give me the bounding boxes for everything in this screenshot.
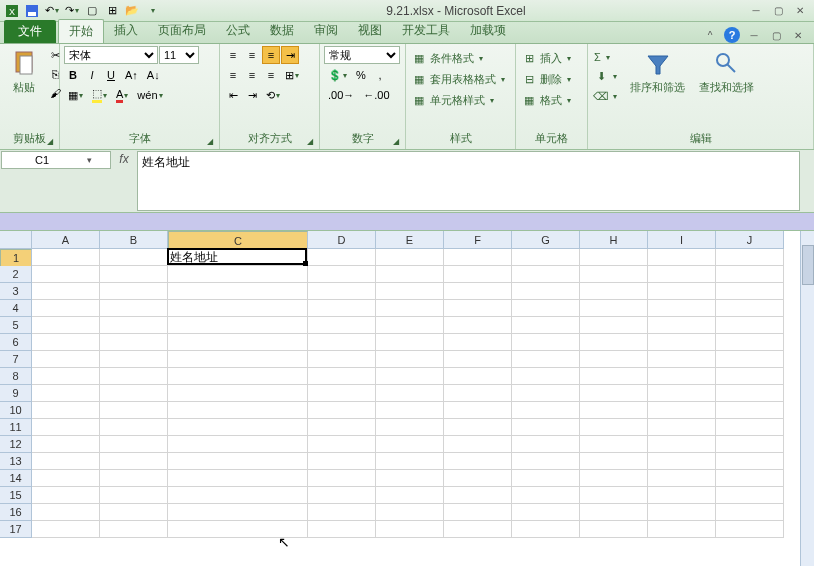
col-header-E[interactable]: E: [376, 231, 444, 249]
cell-I4[interactable]: [648, 300, 716, 317]
row-header-15[interactable]: 15: [0, 487, 32, 504]
increase-decimal-icon[interactable]: .00→: [324, 86, 358, 104]
tab-加载项[interactable]: 加载项: [460, 19, 516, 43]
cell-C6[interactable]: [168, 334, 308, 351]
find-select-button[interactable]: 查找和选择: [693, 46, 760, 99]
row-header-13[interactable]: 13: [0, 453, 32, 470]
cell-E17[interactable]: [376, 521, 444, 538]
spreadsheet-grid[interactable]: ABCDEFGHIJ 1姓名地址234567891011121314151617…: [0, 231, 814, 566]
cell-D14[interactable]: [308, 470, 376, 487]
cell-E3[interactable]: [376, 283, 444, 300]
cell-D3[interactable]: [308, 283, 376, 300]
row-header-4[interactable]: 4: [0, 300, 32, 317]
paste-button[interactable]: 粘贴: [4, 46, 44, 99]
align-center-icon[interactable]: ≡: [243, 66, 261, 84]
fx-icon[interactable]: fx: [112, 150, 136, 212]
underline-button[interactable]: U: [102, 66, 120, 84]
cell-E16[interactable]: [376, 504, 444, 521]
cell-D6[interactable]: [308, 334, 376, 351]
fill-button[interactable]: ⬇▾: [592, 68, 622, 84]
cell-F6[interactable]: [444, 334, 512, 351]
redo-icon[interactable]: ↷▾: [64, 3, 80, 19]
cell-B10[interactable]: [100, 402, 168, 419]
cell-C5[interactable]: [168, 317, 308, 334]
grow-font-icon[interactable]: A↑: [121, 66, 142, 84]
col-header-B[interactable]: B: [100, 231, 168, 249]
cell-D12[interactable]: [308, 436, 376, 453]
doc-restore-icon[interactable]: ▢: [768, 28, 784, 42]
tab-插入[interactable]: 插入: [104, 19, 148, 43]
cell-B17[interactable]: [100, 521, 168, 538]
cell-G3[interactable]: [512, 283, 580, 300]
cell-C12[interactable]: [168, 436, 308, 453]
doc-minimize-icon[interactable]: ─: [746, 28, 762, 42]
cell-B13[interactable]: [100, 453, 168, 470]
cell-J12[interactable]: [716, 436, 784, 453]
cell-E14[interactable]: [376, 470, 444, 487]
row-header-7[interactable]: 7: [0, 351, 32, 368]
cell-I12[interactable]: [648, 436, 716, 453]
cell-J7[interactable]: [716, 351, 784, 368]
row-header-3[interactable]: 3: [0, 283, 32, 300]
row-header-6[interactable]: 6: [0, 334, 32, 351]
cell-A14[interactable]: [32, 470, 100, 487]
cell-C9[interactable]: [168, 385, 308, 402]
cell-E1[interactable]: [376, 249, 444, 266]
clipboard-dialog-icon[interactable]: ◢: [47, 137, 53, 146]
close-icon[interactable]: ✕: [792, 4, 808, 18]
cell-B1[interactable]: [100, 249, 168, 266]
cell-F9[interactable]: [444, 385, 512, 402]
cell-B15[interactable]: [100, 487, 168, 504]
cell-E8[interactable]: [376, 368, 444, 385]
tab-数据[interactable]: 数据: [260, 19, 304, 43]
cell-A16[interactable]: [32, 504, 100, 521]
cell-C8[interactable]: [168, 368, 308, 385]
phonetic-icon[interactable]: wén▾: [133, 86, 166, 104]
cell-I15[interactable]: [648, 487, 716, 504]
col-header-G[interactable]: G: [512, 231, 580, 249]
vertical-scrollbar[interactable]: [800, 231, 814, 566]
cell-J3[interactable]: [716, 283, 784, 300]
cell-D10[interactable]: [308, 402, 376, 419]
cell-D9[interactable]: [308, 385, 376, 402]
comma-icon[interactable]: ,: [371, 66, 389, 84]
cell-A5[interactable]: [32, 317, 100, 334]
ribbon-minimize-icon[interactable]: ^: [702, 28, 718, 42]
delete-cells-button[interactable]: ⊟删除▾: [520, 71, 573, 88]
cell-F13[interactable]: [444, 453, 512, 470]
sort-filter-button[interactable]: 排序和筛选: [624, 46, 691, 99]
cell-F4[interactable]: [444, 300, 512, 317]
cell-F2[interactable]: [444, 266, 512, 283]
cell-A3[interactable]: [32, 283, 100, 300]
cell-A15[interactable]: [32, 487, 100, 504]
accounting-icon[interactable]: 💲▾: [324, 66, 351, 84]
cell-I6[interactable]: [648, 334, 716, 351]
cell-C1[interactable]: 姓名地址: [168, 249, 308, 266]
file-tab[interactable]: 文件: [4, 20, 56, 43]
font-name-select[interactable]: 宋体: [64, 46, 158, 64]
format-as-table-button[interactable]: ▦套用表格格式▾: [410, 71, 507, 88]
cell-I2[interactable]: [648, 266, 716, 283]
col-header-F[interactable]: F: [444, 231, 512, 249]
font-size-select[interactable]: 11: [159, 46, 199, 64]
row-header-10[interactable]: 10: [0, 402, 32, 419]
cell-H7[interactable]: [580, 351, 648, 368]
cell-F1[interactable]: [444, 249, 512, 266]
shrink-font-icon[interactable]: A↓: [143, 66, 164, 84]
cell-D2[interactable]: [308, 266, 376, 283]
align-left-icon[interactable]: ≡: [224, 66, 242, 84]
cell-A11[interactable]: [32, 419, 100, 436]
cell-G15[interactable]: [512, 487, 580, 504]
maximize-icon[interactable]: ▢: [770, 4, 786, 18]
align-bottom-icon[interactable]: ≡: [262, 46, 280, 64]
cell-F12[interactable]: [444, 436, 512, 453]
cell-F5[interactable]: [444, 317, 512, 334]
cell-A7[interactable]: [32, 351, 100, 368]
cell-D8[interactable]: [308, 368, 376, 385]
cell-G5[interactable]: [512, 317, 580, 334]
cell-H14[interactable]: [580, 470, 648, 487]
cell-A2[interactable]: [32, 266, 100, 283]
row-header-2[interactable]: 2: [0, 266, 32, 283]
cell-D5[interactable]: [308, 317, 376, 334]
cell-F14[interactable]: [444, 470, 512, 487]
